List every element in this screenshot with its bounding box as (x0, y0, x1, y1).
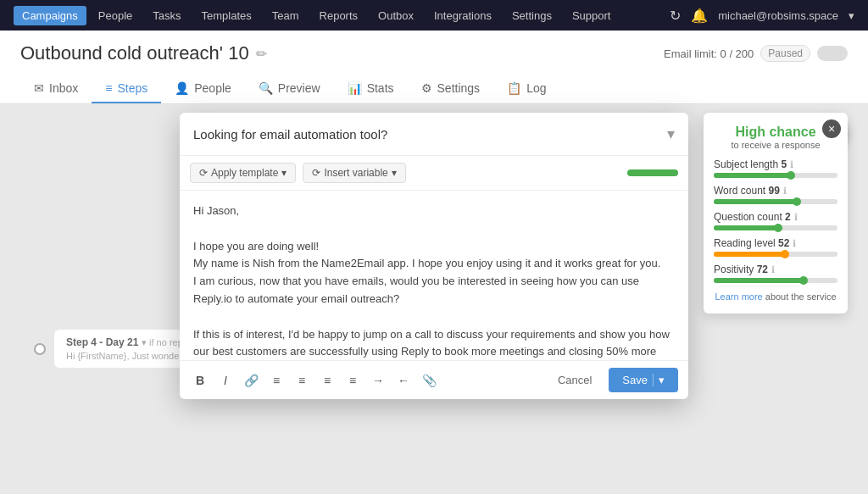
main-content: Step 4 - Day 21 ▾ if no reply Hi {FirstN… (0, 104, 868, 494)
tab-stats[interactable]: 📊 Stats (334, 75, 408, 103)
tab-preview[interactable]: 🔍 Preview (245, 75, 334, 103)
close-panel-button[interactable]: × (822, 119, 841, 138)
email-limit: Email limit: 0 / 200 Paused (664, 45, 848, 62)
tabs: ✉ Inbox ≡ Steps 👤 People 🔍 Preview 📊 Sta… (20, 75, 848, 103)
modal-footer: B I 🔗 ≡ ≡ ≡ ≡ → ← 📎 Cancel Save ▾ (180, 360, 688, 399)
justify-button[interactable]: ≡ (342, 370, 363, 391)
cancel-button[interactable]: Cancel (548, 369, 602, 391)
user-email[interactable]: michael@robsims.space (718, 9, 838, 22)
outdent-button[interactable]: ← (393, 370, 414, 391)
reading-level-bar-fill (714, 252, 788, 257)
email-line4: If this is of interest, I'd be happy to … (193, 326, 675, 360)
positivity-bar-bg (714, 278, 837, 283)
tab-inbox[interactable]: ✉ Inbox (20, 75, 92, 103)
steps-icon: ≡ (105, 81, 112, 95)
modal-backdrop: Looking for email automation tool? ▾ ⟳ A… (0, 104, 868, 494)
align-left-button[interactable]: ≡ (266, 370, 287, 391)
page-header: Outbound cold outreach' 10 ✏ Email limit… (0, 31, 868, 104)
modal-title: Looking for email automation tool? (193, 127, 387, 142)
paused-toggle[interactable] (817, 46, 848, 61)
nav-people[interactable]: People (90, 6, 141, 25)
bell-icon[interactable]: 🔔 (691, 8, 708, 24)
metric-question-count: Question count 2 ℹ (714, 211, 837, 230)
subject-length-label: Subject length 5 (714, 158, 787, 170)
nav-right: ↻ 🔔 michael@robsims.space ▾ (670, 8, 854, 24)
reading-level-info-icon[interactable]: ℹ (793, 238, 796, 249)
indent-button[interactable]: → (368, 370, 388, 391)
nav-tasks[interactable]: Tasks (144, 6, 189, 25)
nav-support[interactable]: Support (564, 6, 620, 25)
stats-icon: 📊 (348, 81, 362, 95)
variable-chevron-icon: ▾ (392, 167, 397, 179)
bold-button[interactable]: B (190, 370, 210, 391)
word-count-bar-bg (714, 199, 837, 204)
top-nav: Campaigns People Tasks Templates Team Re… (0, 0, 868, 31)
nav-settings[interactable]: Settings (504, 6, 560, 25)
nav-outbox[interactable]: Outbox (370, 6, 422, 25)
email-line3: I am curious, now that you have emails, … (193, 273, 675, 308)
settings-icon: ⚙ (421, 81, 432, 95)
panel-header: High chance to receive a response (714, 125, 837, 150)
footer-buttons: Cancel Save ▾ (548, 368, 678, 392)
tab-steps[interactable]: ≡ Steps (92, 75, 161, 103)
positivity-label: Positivity 72 (714, 264, 768, 275)
learn-more-link[interactable]: Learn more (715, 291, 762, 302)
metric-word-count: Word count 99 ℹ (714, 185, 837, 204)
refresh-icon[interactable]: ↻ (670, 8, 681, 24)
reading-level-bar-bg (714, 252, 837, 257)
question-count-bar-fill (714, 225, 782, 230)
email-quality-panel: × High chance to receive a response Subj… (704, 113, 848, 314)
format-toolbar: B I 🔗 ≡ ≡ ≡ ≡ → ← 📎 (190, 370, 439, 391)
align-right-button[interactable]: ≡ (317, 370, 337, 391)
save-button[interactable]: Save ▾ (609, 368, 678, 392)
preview-icon: 🔍 (259, 81, 273, 95)
nav-team[interactable]: Team (264, 6, 308, 25)
apply-template-button[interactable]: ⟳ Apply template ▾ (190, 163, 296, 183)
user-chevron-icon[interactable]: ▾ (849, 9, 854, 22)
subject-length-info-icon[interactable]: ℹ (790, 159, 793, 170)
metric-positivity: Positivity 72 ℹ (714, 264, 837, 283)
metric-subject-length: Subject length 5 ℹ (714, 158, 837, 178)
page-title: Outbound cold outreach' 10 ✏ (20, 42, 267, 64)
positivity-bar-fill (714, 278, 807, 283)
template-chevron-icon: ▾ (281, 167, 287, 179)
paused-badge: Paused (760, 45, 810, 62)
save-chevron-icon[interactable]: ▾ (653, 374, 665, 386)
email-editor-modal: Looking for email automation tool? ▾ ⟳ A… (180, 113, 688, 399)
modal-body[interactable]: Hi Jason, I hope you are doing well! My … (180, 191, 688, 360)
reading-level-label: Reading level 52 (714, 237, 789, 249)
panel-subtitle: to receive a response (714, 140, 837, 150)
word-count-label: Word count 99 (714, 185, 780, 197)
question-count-label: Question count 2 (714, 211, 791, 223)
tab-people[interactable]: 👤 People (161, 75, 245, 103)
learn-more: Learn more about the service (714, 291, 837, 302)
nav-templates[interactable]: Templates (192, 6, 259, 25)
attachment-button[interactable]: 📎 (419, 370, 439, 391)
log-icon: 📋 (507, 81, 521, 95)
word-count-bar-fill (714, 199, 800, 204)
insert-variable-button[interactable]: ⟳ Insert variable ▾ (303, 163, 405, 183)
modal-header: Looking for email automation tool? ▾ (180, 113, 688, 156)
metric-reading-level: Reading level 52 ℹ (714, 237, 837, 257)
tab-log[interactable]: 📋 Log (493, 75, 559, 103)
nav-integrations[interactable]: Integrations (426, 6, 500, 25)
italic-button[interactable]: I (215, 370, 236, 391)
edit-icon[interactable]: ✏ (256, 46, 267, 62)
tab-settings[interactable]: ⚙ Settings (408, 75, 494, 103)
chance-label: High chance (714, 125, 837, 140)
question-count-info-icon[interactable]: ℹ (794, 212, 798, 223)
template-icon: ⟳ (199, 167, 208, 179)
positivity-info-icon[interactable]: ℹ (771, 264, 775, 275)
align-center-button[interactable]: ≡ (292, 370, 312, 391)
people-icon: 👤 (175, 81, 189, 95)
nav-reports[interactable]: Reports (311, 6, 367, 25)
inbox-icon: ✉ (34, 81, 44, 95)
question-count-bar-bg (714, 225, 837, 230)
modal-collapse-icon[interactable]: ▾ (667, 125, 675, 143)
variable-icon: ⟳ (312, 167, 320, 179)
nav-campaigns[interactable]: Campaigns (14, 6, 86, 25)
email-line1: I hope you are doing well! (193, 238, 675, 256)
link-button[interactable]: 🔗 (241, 370, 261, 391)
modal-toolbar: ⟳ Apply template ▾ ⟳ Insert variable ▾ (180, 156, 688, 191)
word-count-info-icon[interactable]: ℹ (783, 186, 787, 197)
